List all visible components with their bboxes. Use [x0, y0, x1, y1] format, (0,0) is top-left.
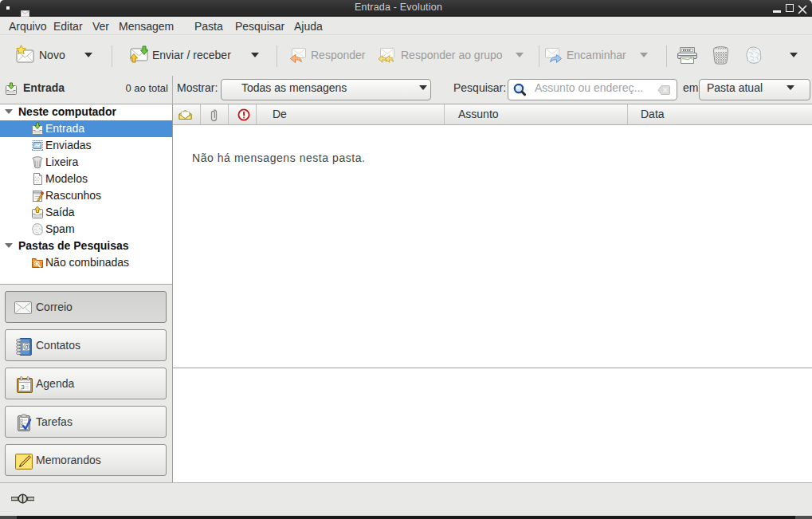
svg-text:@: @ — [23, 343, 30, 351]
svg-text:3: 3 — [21, 383, 25, 391]
